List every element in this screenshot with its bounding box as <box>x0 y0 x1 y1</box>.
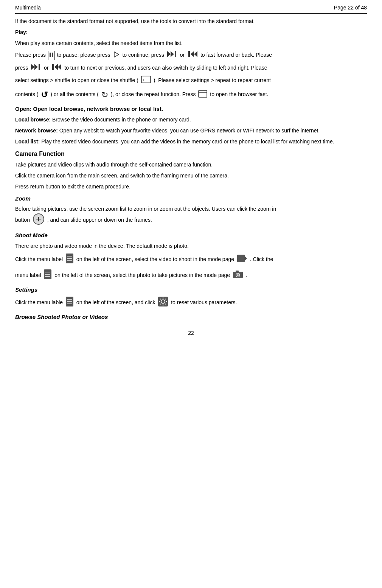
play-para4-text2: ). Please select settings > repeat to re… <box>154 77 271 83</box>
play-para1: When play some certain contents, select … <box>15 39 367 47</box>
camera-mode-icon <box>233 270 243 281</box>
browse-section: Browse Shooted Photos or Videos <box>15 313 367 322</box>
menu-label-icon-2 <box>43 269 52 282</box>
camera-heading: Camera Function <box>15 149 367 159</box>
settings-para: Click the menu lable on the left of the … <box>15 296 367 309</box>
camera-para3: Press return button to exit the camera p… <box>15 183 367 191</box>
shuffle-icon: ↕ <box>141 76 151 86</box>
shoot-section: Shoot Mode There are photo and video mod… <box>15 231 367 282</box>
play-para2-text4: to fast forward or back. Please <box>200 52 272 58</box>
menu-label-icon-1 <box>65 253 74 266</box>
shoot-para2-text1: Click the menu label <box>15 256 63 262</box>
header-page-info: Page 22 of 48 <box>334 4 367 12</box>
settings-text1: Click the menu lable <box>15 299 63 305</box>
browser-icon <box>198 90 207 100</box>
play-para2-text3: to continue; press <box>122 52 164 58</box>
play-para5-text4: to open the browser fast. <box>210 91 268 97</box>
repeat-one-icon: ↺ <box>41 89 48 101</box>
settings-text2: on the left of the screen, and click <box>76 299 155 305</box>
camera-para1: Take pictures and vidieo clips with audi… <box>15 161 367 169</box>
zoom-section: Zoom Before taking pictures, use the scr… <box>15 194 367 228</box>
local-list-text: Play the stored video documents, you can… <box>41 138 334 145</box>
svg-marker-2 <box>171 51 174 57</box>
settings-heading: Settings <box>15 286 367 294</box>
zoom-para: Before taking pictures, use the screen z… <box>15 205 367 227</box>
video-mode-icon <box>237 254 247 265</box>
svg-marker-8 <box>34 64 38 70</box>
svg-rect-4 <box>188 51 190 57</box>
play-para3-text2: to turn to next or previous, and users c… <box>64 65 267 71</box>
play-para4: select settings > shuffle to open or clo… <box>15 76 367 86</box>
local-browse-text: Browse the video documents in the phone … <box>52 117 191 123</box>
svg-rect-10 <box>52 64 54 70</box>
zoom-button-icon <box>33 213 45 227</box>
header-title: Multimedia <box>15 4 41 12</box>
fast-forward-icon <box>167 50 177 61</box>
page-header: Multimedia Page 22 of 48 <box>15 4 367 14</box>
svg-rect-31 <box>236 271 239 272</box>
local-browse-para: Local browse: Browse the video documents… <box>15 116 367 124</box>
browse-heading: Browse Shooted Photos or Videos <box>15 313 367 322</box>
svg-marker-7 <box>31 64 34 70</box>
network-browse-text: Open any websit to watch your favorite v… <box>59 128 320 134</box>
shoot-para3-text3: . <box>246 272 247 278</box>
play-para5-text2: ) or all the contents ( <box>50 91 99 97</box>
shoot-para2: Click the menu label on the left of the … <box>15 253 367 266</box>
play-para5: contents ( ↺ ) or all the contents ( ↻ )… <box>15 89 367 101</box>
svg-marker-1 <box>167 51 171 57</box>
camera-para2: Click the camera icon from the main scre… <box>15 172 367 180</box>
page-number: 22 <box>15 329 367 337</box>
network-browse-para: Network browse: Open any websit to watch… <box>15 127 367 135</box>
svg-marker-5 <box>194 51 197 57</box>
play-para5-text1: contents ( <box>15 91 38 97</box>
svg-point-33 <box>237 274 239 276</box>
gear-icon <box>158 296 168 309</box>
play-para2-or: or <box>180 52 186 58</box>
open-section: Open: Open local browse, network browse … <box>15 105 367 146</box>
local-list-para: Local list: Play the stored video docume… <box>15 138 367 146</box>
shoot-para2-text2: on the left of the screen, select the vi… <box>76 256 234 262</box>
prev-icon <box>51 64 62 73</box>
play-para2-text1: Please press <box>15 52 46 58</box>
svg-marker-6 <box>191 51 194 57</box>
play-para3-or: or <box>44 65 50 71</box>
network-browse-label: Network browse: <box>15 128 58 134</box>
play-para4-text1: select settings > shuffle to open or clo… <box>15 77 138 83</box>
svg-marker-25 <box>245 257 247 260</box>
local-list-label: Local list: <box>15 138 40 145</box>
play-para3-text1: press <box>15 65 28 71</box>
shoot-para3: menu label on the left of the screen, se… <box>15 269 367 282</box>
zoom-button-label: button <box>15 217 31 223</box>
play-section: Play: When play some certain contents, s… <box>15 28 367 101</box>
shoot-para2-text3: . Click the <box>250 256 273 262</box>
next-icon <box>31 64 41 73</box>
svg-rect-15 <box>199 90 207 97</box>
play-heading: Play: <box>15 28 367 36</box>
svg-rect-9 <box>39 64 40 70</box>
svg-rect-3 <box>175 51 176 57</box>
open-heading: Open: Open local browse, network browse … <box>15 105 367 114</box>
svg-rect-24 <box>237 255 245 262</box>
svg-marker-12 <box>54 64 58 70</box>
svg-marker-11 <box>58 64 61 70</box>
play-para5-text3: ), or close the repeat function. Press <box>111 91 196 97</box>
settings-text3: to reset various parameters. <box>171 299 237 305</box>
pause-icon <box>48 51 55 60</box>
zoom-text1: Before taking pictures, use the screen z… <box>15 206 276 212</box>
play-para2-text2: to pause; please press <box>57 52 110 58</box>
zoom-heading: Zoom <box>15 194 367 203</box>
play-icon <box>113 51 120 60</box>
camera-section: Camera Function Take pictures and vidieo… <box>15 149 367 191</box>
settings-section: Settings Click the menu lable on the lef… <box>15 286 367 310</box>
intro-paragraph: If the document is the standard format n… <box>15 17 367 25</box>
shoot-heading: Shoot Mode <box>15 231 367 240</box>
settings-menu-icon <box>65 296 74 309</box>
rewind-icon <box>187 50 198 61</box>
zoom-text2: , and can slide upper or down on the fra… <box>47 217 152 223</box>
shoot-para1: There are photo and video mode in the de… <box>15 242 367 250</box>
shoot-para3-text2: on the left of the screen, select the ph… <box>54 272 230 278</box>
repeat-all-icon: ↻ <box>101 89 108 101</box>
local-browse-label: Local browse: <box>15 117 51 123</box>
play-para3: press or to turn to next or previous, an… <box>15 64 367 73</box>
play-para2: Please press to pause; please press to c… <box>15 50 367 61</box>
